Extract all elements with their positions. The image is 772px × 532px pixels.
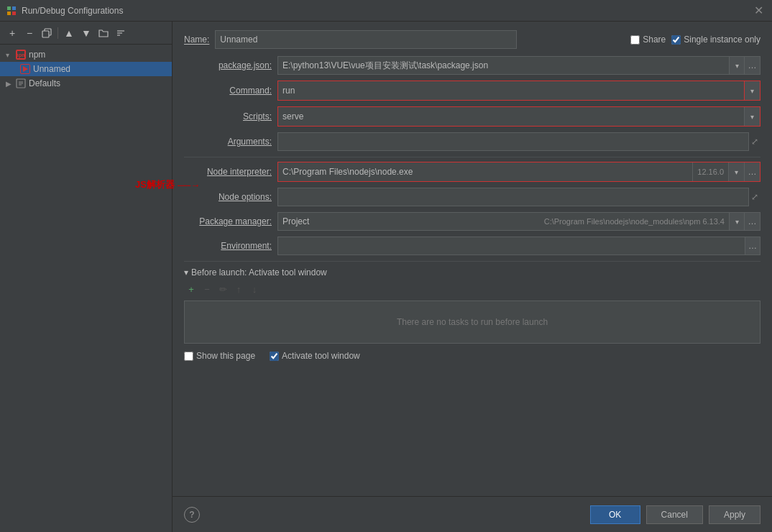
node-interpreter-row: Node interpreter: 12.16.0 ▾ … (184, 162, 760, 182)
scripts-label: Scripts: (184, 111, 277, 121)
activate-tool-window-text: Activate tool window (282, 351, 360, 361)
move-up-button[interactable]: ▲ (61, 25, 77, 41)
environment-input[interactable] (277, 237, 745, 255)
before-launch-remove[interactable]: − (200, 282, 214, 296)
arguments-input[interactable] (277, 132, 749, 151)
arguments-group: ⤢ (277, 132, 760, 151)
node-interpreter-more[interactable]: … (744, 162, 760, 181)
node-interpreter-label: Node interpreter: (184, 167, 277, 177)
footer-right: OK Cancel Apply (590, 505, 760, 524)
package-json-more[interactable]: … (745, 56, 760, 75)
package-manager-row: Package manager: Project C:\Program File… (184, 212, 760, 231)
svg-rect-1 (12, 6, 16, 10)
remove-config-button[interactable]: − (22, 25, 37, 41)
scripts-dropdown[interactable]: ▾ (744, 107, 760, 126)
arguments-expand[interactable]: ⤢ (749, 132, 760, 151)
close-button[interactable]: ✕ (751, 4, 766, 17)
share-checkbox[interactable] (630, 35, 640, 45)
tree-label-unnamed: Unnamed (33, 64, 70, 74)
node-interpreter-group: 12.16.0 ▾ … (277, 162, 760, 182)
before-launch-area: There are no tasks to run before launch (184, 301, 760, 344)
environment-row: Environment: … (184, 237, 760, 255)
run-icon (20, 64, 30, 74)
defaults-icon (16, 78, 26, 88)
package-json-label: package.json: (184, 60, 277, 70)
node-options-expand[interactable]: ⤢ (749, 188, 760, 206)
node-version-badge: 12.16.0 (692, 162, 728, 181)
right-panel: Name: Share Single instance only packa (173, 22, 772, 532)
package-manager-display[interactable]: Project C:\Program Files\nodejs\node_mod… (277, 212, 729, 231)
config-tree: ▾ npm npm Unnamed ▶ (0, 45, 172, 532)
command-dropdown[interactable]: ▾ (744, 81, 760, 100)
tree-item-defaults[interactable]: ▶ Defaults (0, 76, 172, 91)
before-launch-add[interactable]: + (184, 282, 198, 296)
command-input[interactable] (278, 81, 744, 100)
toolbar-divider (58, 27, 58, 39)
main-container: + − ▲ ▼ (0, 22, 772, 532)
folder-button[interactable] (96, 25, 111, 41)
tree-item-unnamed[interactable]: Unnamed (0, 62, 172, 76)
npm-icon: npm (16, 50, 26, 60)
config-form: Name: Share Single instance only packa (173, 22, 772, 496)
cancel-button[interactable]: Cancel (646, 505, 703, 524)
node-options-input[interactable] (277, 188, 749, 206)
copy-config-button[interactable] (39, 25, 55, 41)
package-json-value[interactable]: E:\python13\VUE\vue项目安装测试\task\package.j… (277, 56, 729, 75)
before-launch-arrow: ▾ (184, 267, 188, 278)
before-launch-up[interactable]: ↑ (231, 282, 246, 296)
environment-more[interactable]: … (745, 237, 760, 255)
config-toolbar: + − ▲ ▼ (0, 22, 172, 45)
package-manager-more[interactable]: … (745, 212, 760, 231)
package-manager-label: Package manager: (184, 216, 277, 226)
package-manager-group: Project C:\Program Files\nodejs\node_mod… (277, 212, 760, 231)
scripts-input-group: ▾ (277, 106, 760, 127)
before-launch-toolbar: + − ✏ ↑ ↓ (184, 282, 760, 296)
separator-2 (184, 261, 760, 262)
svg-rect-5 (42, 31, 49, 37)
show-page-label[interactable]: Show this page (184, 351, 255, 361)
single-instance-checkbox[interactable] (671, 35, 681, 45)
apply-button[interactable]: Apply (709, 505, 760, 524)
scripts-input[interactable] (278, 107, 744, 126)
tree-item-npm[interactable]: ▾ npm npm (0, 47, 172, 62)
svg-rect-2 (7, 12, 11, 15)
activate-tool-window-checkbox[interactable] (270, 352, 279, 361)
svg-marker-9 (23, 66, 28, 72)
sort-button[interactable] (113, 25, 129, 41)
command-row: Command: ▾ (184, 81, 760, 101)
before-launch-down[interactable]: ↓ (247, 282, 262, 296)
show-page-checkbox[interactable] (184, 352, 193, 361)
package-manager-path: C:\Program Files\nodejs\node_modules\npm… (544, 217, 725, 226)
title-bar-left: Run/Debug Configurations (6, 5, 123, 17)
svg-rect-0 (7, 6, 11, 10)
move-down-button[interactable]: ▼ (78, 25, 94, 41)
node-interpreter-dropdown[interactable]: ▾ (728, 162, 744, 181)
add-config-button[interactable]: + (4, 25, 20, 41)
title-text: Run/Debug Configurations (22, 6, 123, 16)
node-interpreter-input[interactable] (278, 162, 692, 181)
share-checkbox-label[interactable]: Share (630, 35, 666, 45)
node-options-row: Node options: ⤢ (184, 188, 760, 206)
bottom-checkboxes: Show this page Activate tool window (184, 351, 760, 361)
package-json-dropdown[interactable]: ▾ (729, 56, 745, 75)
ok-button[interactable]: OK (590, 505, 640, 524)
scripts-row: Scripts: ▾ (184, 106, 760, 127)
name-input[interactable] (215, 30, 517, 49)
left-panel: + − ▲ ▼ (0, 22, 173, 532)
header-right: Share Single instance only (630, 35, 760, 45)
app-icon (6, 5, 17, 17)
before-launch-header[interactable]: ▾ Before launch: Activate tool window (184, 267, 760, 278)
footer-left: ? (184, 507, 200, 523)
activate-tool-window-label[interactable]: Activate tool window (270, 351, 360, 361)
before-launch-edit[interactable]: ✏ (216, 282, 230, 296)
before-launch-label: Before launch: Activate tool window (191, 267, 327, 278)
name-row-left: Name: (184, 30, 616, 49)
environment-group: … (277, 237, 760, 255)
tree-arrow-npm: ▾ (6, 51, 13, 59)
package-manager-dropdown[interactable]: ▾ (729, 212, 745, 231)
single-instance-checkbox-label[interactable]: Single instance only (671, 35, 760, 45)
help-button[interactable]: ? (184, 507, 200, 523)
package-json-input-group: E:\python13\VUE\vue项目安装测试\task\package.j… (277, 56, 760, 75)
node-options-label: Node options: (184, 192, 277, 202)
environment-label: Environment: (184, 241, 277, 251)
